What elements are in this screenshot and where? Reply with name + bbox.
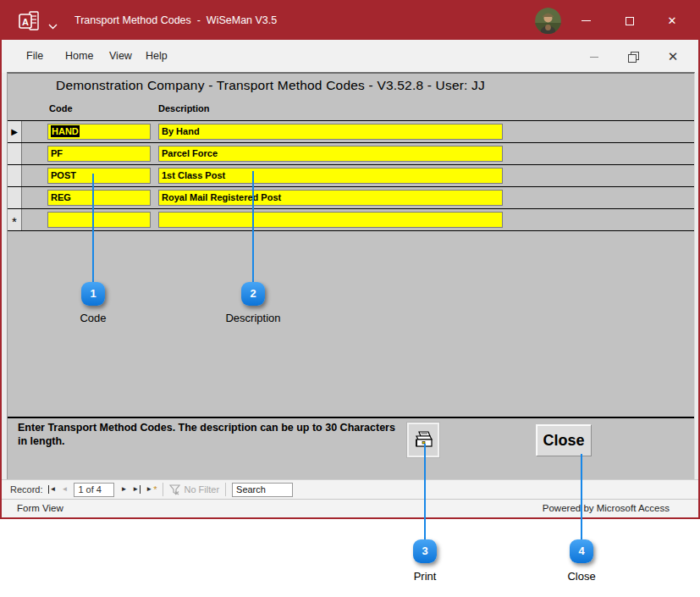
close-icon: ✕ <box>668 14 677 27</box>
window-maximize-button[interactable] <box>612 2 648 40</box>
callout-line-2 <box>252 171 254 282</box>
instruction-text: Enter Transport Method Codes. The descri… <box>18 421 407 449</box>
user-avatar[interactable] <box>535 8 561 34</box>
table-row: PF Parcel Force <box>8 143 694 165</box>
table-row: REG Royal Mail Registered Post <box>8 187 694 209</box>
callout-line-4 <box>581 454 582 540</box>
transport-codes-form: Demonstration Company - Transport Method… <box>7 72 695 481</box>
app-window: A Transport Method Codes - WiSeMan V3.5 … <box>0 0 700 519</box>
menu-file[interactable]: File <box>26 40 43 73</box>
window-title: Transport Method Codes - WiSeMan V3.5 <box>74 2 277 40</box>
printer-icon <box>412 429 434 451</box>
maximize-icon <box>626 17 634 25</box>
record-position-box[interactable]: 1 of 4 <box>74 483 114 497</box>
description-field[interactable]: 1st Class Post <box>158 168 503 184</box>
chevron-down-icon[interactable] <box>48 18 58 33</box>
menu-view[interactable]: View <box>109 40 132 73</box>
new-record-icon[interactable]: ► <box>146 485 152 494</box>
print-button[interactable] <box>407 423 439 457</box>
callout-badge-4: 4 <box>570 539 593 563</box>
code-field[interactable]: PF <box>47 146 151 162</box>
close-icon: ✕ <box>668 49 679 64</box>
previous-record-icon[interactable]: ◄ <box>62 485 69 494</box>
current-record-icon: ▶ <box>11 128 18 136</box>
code-field[interactable]: POST <box>47 168 151 184</box>
record-label: Record: <box>10 484 43 495</box>
menu-home[interactable]: Home <box>65 40 93 73</box>
callout-label-code: Code <box>34 312 152 324</box>
new-record-star-icon: * <box>153 484 157 495</box>
record-selector[interactable] <box>8 165 22 186</box>
table-row: POST 1st Class Post <box>8 165 694 187</box>
record-selector[interactable] <box>8 187 22 208</box>
title-bar: A Transport Method Codes - WiSeMan V3.5 … <box>2 2 698 40</box>
menu-help[interactable]: Help <box>146 40 168 73</box>
record-selector-current[interactable]: ▶ <box>8 121 22 142</box>
svg-text:A: A <box>22 17 29 27</box>
no-filter-label: No Filter <box>184 484 219 495</box>
view-mode-label: Form View <box>17 503 63 513</box>
description-field[interactable]: By Hand <box>158 124 503 140</box>
window-minimize-button[interactable] <box>568 2 604 40</box>
callout-label-close: Close <box>522 570 641 583</box>
callout-label-description: Description <box>194 312 312 324</box>
form-header-title: Demonstration Company - Transport Method… <box>56 78 485 93</box>
menu-bar: File Home View Help ✕ <box>2 40 698 73</box>
code-field[interactable]: HAND <box>47 124 151 140</box>
record-selector[interactable] <box>8 143 22 164</box>
code-field[interactable]: REG <box>47 190 151 206</box>
next-record-icon[interactable]: ► <box>120 485 127 494</box>
doc-close-button[interactable]: ✕ <box>659 46 687 68</box>
record-navigation-bar: Record: ◄ ◄ 1 of 4 ► ► ► * No Filter <box>2 479 698 499</box>
window-close-button[interactable]: ✕ <box>654 2 690 40</box>
close-form-button[interactable]: Close <box>536 424 592 456</box>
callout-badge-1: 1 <box>81 282 105 306</box>
first-record-icon[interactable]: ◄ <box>48 485 57 494</box>
column-header-code: Code <box>49 103 73 113</box>
doc-minimize-button[interactable] <box>580 46 609 68</box>
description-field[interactable] <box>158 212 503 228</box>
access-app-icon[interactable]: A <box>19 10 40 31</box>
powered-by-label: Powered by Microsoft Access <box>543 503 670 513</box>
doc-restore-button[interactable] <box>619 46 648 68</box>
minimize-icon <box>581 20 591 21</box>
search-input[interactable] <box>232 483 293 497</box>
status-bar: Form View Powered by Microsoft Access <box>2 499 698 517</box>
callout-badge-2: 2 <box>241 282 265 306</box>
callout-badge-3: 3 <box>413 539 437 563</box>
record-selector-new[interactable]: * <box>8 209 22 230</box>
records-grid: ▶ HAND By Hand PF Parcel Force POST 1st … <box>8 121 694 231</box>
no-filter-button[interactable]: No Filter <box>169 484 219 495</box>
restore-icon <box>628 52 639 63</box>
last-record-icon[interactable]: ► <box>132 485 141 494</box>
table-row-new: * <box>8 209 694 231</box>
column-header-description: Description <box>158 103 210 113</box>
callout-line-1 <box>92 174 94 282</box>
description-field[interactable]: Royal Mail Registered Post <box>158 190 503 206</box>
description-field[interactable]: Parcel Force <box>158 146 503 162</box>
callout-line-3 <box>424 444 426 540</box>
filter-icon <box>169 484 180 495</box>
minimize-icon <box>590 57 598 58</box>
callout-label-print: Print <box>366 570 484 583</box>
table-row: ▶ HAND By Hand <box>8 121 694 143</box>
new-record-icon: * <box>12 218 17 226</box>
code-field[interactable] <box>47 212 151 228</box>
